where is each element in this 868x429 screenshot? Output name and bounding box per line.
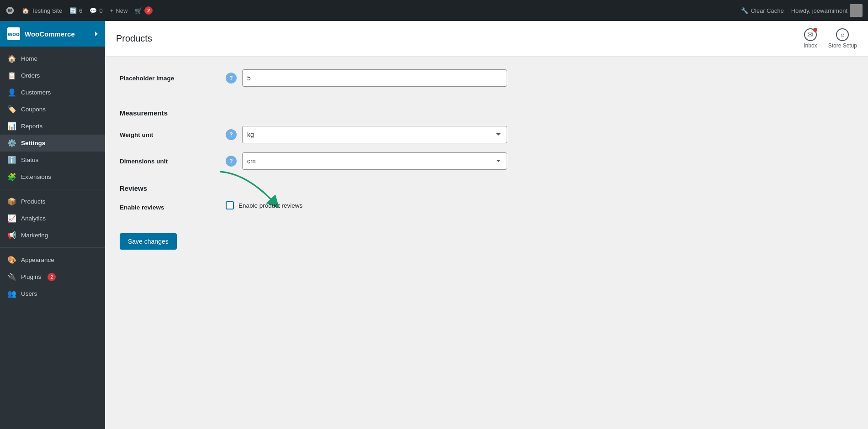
sidebar-item-analytics-label: Analytics (21, 215, 46, 222)
sidebar-item-status-label: Status (21, 157, 38, 163)
content-area: Placeholder image ? Measurements Weight … (105, 57, 868, 262)
enable-product-reviews-label: Enable product reviews (238, 202, 302, 209)
sidebar-divider-1 (0, 189, 105, 189)
comments-icon: 💬 (90, 7, 97, 14)
analytics-icon: 📈 (7, 214, 16, 223)
sidebar-item-plugins[interactable]: 🔌 Plugins 2 (0, 268, 105, 285)
sidebar-item-products[interactable]: 📦 Products (0, 193, 105, 210)
enable-reviews-row: Enable reviews Enable prod (120, 201, 853, 213)
sidebar-item-appearance[interactable]: 🎨 Appearance (0, 251, 105, 268)
weight-unit-select[interactable]: g kg lbs oz (242, 126, 507, 143)
comments-button[interactable]: 💬 0 (90, 7, 102, 14)
sidebar-collapse-arrow (95, 31, 98, 36)
placeholder-image-label: Placeholder image (120, 75, 220, 82)
sidebar-menu: 🏠 Home 📋 Orders 👤 Customers 🏷️ Coupons 📊… (0, 47, 105, 306)
users-icon: 👥 (7, 289, 16, 298)
sidebar-divider-2 (0, 247, 105, 248)
enable-product-reviews-checkbox-row: Enable product reviews (226, 201, 302, 209)
sidebar-item-orders-label: Orders (21, 72, 40, 79)
sidebar-item-settings[interactable]: ⚙️ Settings (0, 135, 105, 152)
sidebar-item-customers-label: Customers (21, 89, 51, 96)
plugins-badge: 2 (48, 273, 56, 281)
sidebar-item-extensions-label: Extensions (21, 173, 51, 180)
coupons-icon: 🏷️ (7, 105, 16, 114)
sidebar-item-customers[interactable]: 👤 Customers (0, 84, 105, 101)
weight-unit-label: Weight unit (120, 131, 220, 138)
sidebar-item-settings-label: Settings (21, 140, 45, 146)
site-name-button[interactable]: 🏠 Testing Site (22, 7, 62, 14)
enable-product-reviews-checkbox[interactable] (226, 201, 234, 209)
enable-reviews-control: Enable product reviews (226, 201, 302, 213)
svg-text:W: W (8, 8, 12, 13)
dimensions-unit-help[interactable]: ? (226, 156, 237, 167)
sidebar-item-extensions[interactable]: 🧩 Extensions (0, 168, 105, 185)
admin-bar: W 🏠 Testing Site 🔄 6 💬 0 + New 🛒 2 🔧 Cle… (0, 0, 868, 21)
dimensions-unit-label: Dimensions unit (120, 158, 220, 165)
measurements-section-title: Measurements (120, 109, 853, 117)
reviews-section-title: Reviews (120, 184, 853, 192)
store-setup-icon-circle: ○ (836, 28, 849, 41)
marketing-icon: 📢 (7, 231, 16, 240)
new-content-button[interactable]: + New (110, 7, 128, 14)
dimensions-unit-row: Dimensions unit ? cm m mm in yd (120, 152, 853, 170)
home-icon: 🏠 (22, 7, 29, 14)
placeholder-image-input[interactable] (242, 69, 507, 87)
howdy-user-menu[interactable]: Howdy, joewarnimont (791, 4, 863, 17)
home-icon: 🏠 (7, 54, 16, 63)
dimensions-unit-select[interactable]: cm m mm in yd (242, 152, 507, 170)
products-icon: 📦 (7, 197, 16, 206)
sidebar-item-marketing[interactable]: 📢 Marketing (0, 227, 105, 244)
store-setup-icon: ○ (841, 31, 845, 39)
inbox-icon-circle: ✉ (804, 28, 817, 41)
woo-brand-icon: woo (7, 27, 20, 40)
placeholder-image-row: Placeholder image ? (120, 69, 853, 87)
appearance-icon: 🎨 (7, 256, 16, 264)
clear-cache-button[interactable]: 🔧 Clear Cache (741, 7, 783, 14)
measurements-section: Measurements Weight unit ? g kg lbs oz D… (120, 109, 853, 170)
sidebar-item-products-label: Products (21, 198, 45, 205)
page-title: Products (116, 33, 152, 44)
sidebar-item-users-label: Users (21, 290, 37, 297)
sidebar-brand[interactable]: woo WooCommerce (0, 21, 105, 47)
sidebar-item-reports[interactable]: 📊 Reports (0, 118, 105, 135)
sidebar-item-status[interactable]: ℹ️ Status (0, 152, 105, 168)
wordpress-icon: W (5, 6, 15, 15)
sidebar-item-reports-label: Reports (21, 123, 42, 130)
reviews-section: Reviews Enable reviews (120, 184, 853, 213)
updates-button[interactable]: 🔄 6 (69, 7, 82, 14)
inbox-icon: ✉ (807, 31, 813, 39)
enable-reviews-label: Enable reviews (120, 204, 220, 211)
customers-icon: 👤 (7, 88, 16, 97)
orders-icon: 📋 (7, 71, 16, 80)
sidebar-item-plugins-label: Plugins (21, 273, 41, 280)
wp-logo-button[interactable]: W (5, 6, 15, 15)
app-layout: woo WooCommerce 🏠 Home 📋 Orders 👤 Custom… (0, 21, 868, 429)
sidebar: woo WooCommerce 🏠 Home 📋 Orders 👤 Custom… (0, 21, 105, 429)
header-actions: ✉ Inbox ○ Store Setup (804, 28, 857, 49)
clear-cache-icon: 🔧 (741, 7, 748, 14)
store-setup-label: Store Setup (828, 42, 857, 49)
weight-unit-row: Weight unit ? g kg lbs oz (120, 126, 853, 143)
updates-icon: 🔄 (69, 7, 77, 14)
save-changes-button[interactable]: Save changes (120, 233, 177, 250)
inbox-button[interactable]: ✉ Inbox (804, 28, 817, 49)
sidebar-item-home[interactable]: 🏠 Home (0, 50, 105, 67)
settings-icon: ⚙️ (7, 139, 16, 147)
store-setup-button[interactable]: ○ Store Setup (828, 28, 857, 49)
woo-icon: 🛒 (135, 7, 142, 14)
status-icon: ℹ️ (7, 156, 16, 164)
woo-badge: 2 (144, 6, 153, 15)
sidebar-brand-label: WooCommerce (25, 30, 75, 38)
sidebar-item-analytics[interactable]: 📈 Analytics (0, 210, 105, 227)
extensions-icon: 🧩 (7, 173, 16, 181)
placeholder-image-help[interactable]: ? (226, 73, 237, 84)
woocommerce-admin-bar[interactable]: 🛒 2 (135, 6, 153, 15)
weight-unit-help[interactable]: ? (226, 129, 237, 140)
sidebar-item-users[interactable]: 👥 Users (0, 285, 105, 302)
sidebar-item-appearance-label: Appearance (21, 256, 54, 263)
plugins-icon: 🔌 (7, 272, 16, 281)
sidebar-item-orders[interactable]: 📋 Orders (0, 67, 105, 84)
sidebar-item-coupons[interactable]: 🏷️ Coupons (0, 101, 105, 118)
page-header: Products ✉ Inbox ○ Store Setup (105, 21, 868, 57)
plus-icon: + (110, 7, 114, 14)
